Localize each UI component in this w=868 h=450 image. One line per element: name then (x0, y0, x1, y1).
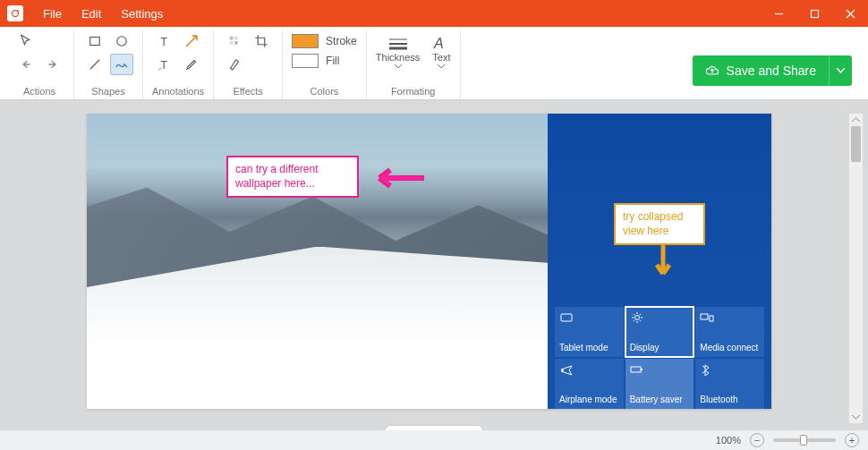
tile-display[interactable]: Display (625, 307, 694, 357)
text-format-dropdown[interactable]: A Text (432, 36, 450, 69)
tile-tablet-mode[interactable]: Tablet mode (555, 307, 624, 357)
svg-rect-30 (710, 316, 713, 321)
fill-label: Fill (326, 55, 339, 67)
group-annotations-label: Annotations (152, 86, 204, 97)
group-actions: Actions (5, 30, 74, 99)
pen-tool[interactable] (180, 54, 203, 75)
svg-point-20 (634, 316, 639, 320)
group-effects-label: Effects (233, 86, 262, 97)
scrollbar-thumb[interactable] (851, 126, 861, 162)
highlight-tool[interactable] (223, 54, 246, 75)
group-formatting-label: Formating (391, 86, 436, 97)
svg-rect-32 (641, 369, 642, 370)
annotation-orange[interactable]: try collapsed view here (614, 203, 705, 245)
blur-tool[interactable] (223, 30, 246, 52)
svg-line-8 (90, 60, 100, 70)
crop-tool[interactable] (250, 30, 273, 52)
svg-line-26 (639, 320, 640, 321)
fill-swatch[interactable] (292, 54, 319, 68)
scroll-up-icon[interactable] (849, 115, 863, 125)
minimize-button[interactable] (761, 0, 796, 27)
svg-rect-19 (561, 314, 572, 321)
svg-rect-11 (230, 37, 234, 40)
tablet-icon (559, 311, 574, 324)
thickness-dropdown[interactable]: Thickness (376, 36, 421, 69)
bluetooth-icon (700, 363, 714, 376)
svg-rect-31 (631, 367, 641, 372)
tile-battery-saver[interactable]: Battery saver (625, 359, 694, 409)
svg-text:T: T (161, 36, 168, 48)
text-tool[interactable]: T (153, 30, 176, 52)
battery-icon (630, 363, 644, 376)
annotation-pink[interactable]: can try a different wallpaper here... (226, 156, 359, 198)
chevron-down-icon (438, 64, 445, 69)
zoom-in-button[interactable]: + (845, 433, 859, 447)
canvas-area: Tablet modeDisplayMedia connectAirplane … (0, 100, 868, 430)
app-logo-icon (7, 5, 23, 21)
group-shapes: Shapes (74, 30, 143, 99)
zoom-out-button[interactable]: − (750, 433, 764, 447)
brightness-icon (630, 311, 644, 324)
group-annotations: T T Annotations (143, 30, 214, 99)
group-formatting: Thickness A Text Formating (367, 30, 461, 99)
titlebar: File Edit Settings (0, 0, 868, 27)
zoom-level: 100% (716, 435, 741, 446)
maximize-button[interactable] (796, 0, 832, 27)
tile-media-connect[interactable]: Media connect (695, 307, 764, 357)
group-colors: Stroke Fill Colors (283, 30, 367, 99)
group-actions-label: Actions (23, 86, 55, 97)
svg-point-7 (117, 37, 127, 47)
group-effects: Effects (214, 30, 283, 99)
menu-file[interactable]: File (34, 4, 71, 24)
svg-rect-3 (811, 10, 818, 17)
line-tool[interactable] (83, 54, 106, 75)
pointer-tool[interactable] (14, 30, 38, 52)
scroll-down-icon[interactable] (849, 412, 863, 422)
svg-line-25 (633, 314, 634, 315)
menu-edit[interactable]: Edit (72, 4, 110, 24)
connect-icon (700, 311, 714, 324)
svg-line-27 (639, 314, 640, 315)
ellipse-tool[interactable] (110, 30, 133, 52)
close-button[interactable] (832, 0, 868, 27)
zoom-slider[interactable] (773, 438, 836, 442)
arrow-tool[interactable] (180, 30, 203, 52)
vertical-scrollbar[interactable] (849, 114, 863, 423)
svg-text:A: A (433, 36, 444, 50)
airplane-icon (559, 363, 574, 376)
redo-button[interactable] (41, 54, 64, 75)
svg-rect-6 (90, 38, 100, 46)
menu-settings[interactable]: Settings (112, 4, 172, 24)
chevron-down-icon (395, 64, 402, 69)
statusbar: 100% − + (0, 430, 868, 450)
chevron-down-icon (837, 68, 845, 73)
tile-airplane-mode[interactable]: Airplane mode (555, 359, 624, 409)
rectangle-tool[interactable] (83, 30, 106, 52)
stroke-swatch[interactable] (292, 34, 319, 48)
svg-rect-13 (230, 41, 234, 45)
arrow-pink-icon[interactable] (363, 166, 426, 190)
svg-line-28 (633, 320, 634, 321)
svg-rect-29 (701, 314, 708, 319)
ribbon: Actions Shapes T T Annotations (0, 27, 868, 100)
stroke-label: Stroke (326, 35, 357, 47)
group-colors-label: Colors (311, 86, 339, 97)
undo-button[interactable] (14, 54, 38, 75)
svg-text:T: T (161, 59, 168, 72)
curve-tool[interactable] (110, 54, 133, 75)
arrow-orange-icon[interactable] (652, 243, 674, 288)
tile-bluetooth[interactable]: Bluetooth (695, 359, 764, 409)
zoom-slider-handle[interactable] (800, 435, 807, 446)
svg-point-1 (17, 10, 19, 12)
svg-rect-12 (234, 37, 238, 40)
save-share-dropdown[interactable] (829, 55, 852, 86)
svg-rect-14 (234, 41, 238, 45)
save-share-button[interactable]: Save and Share (693, 55, 852, 86)
callout-tool[interactable]: T (153, 54, 176, 75)
group-shapes-label: Shapes (91, 86, 124, 97)
cloud-upload-icon (705, 64, 719, 78)
